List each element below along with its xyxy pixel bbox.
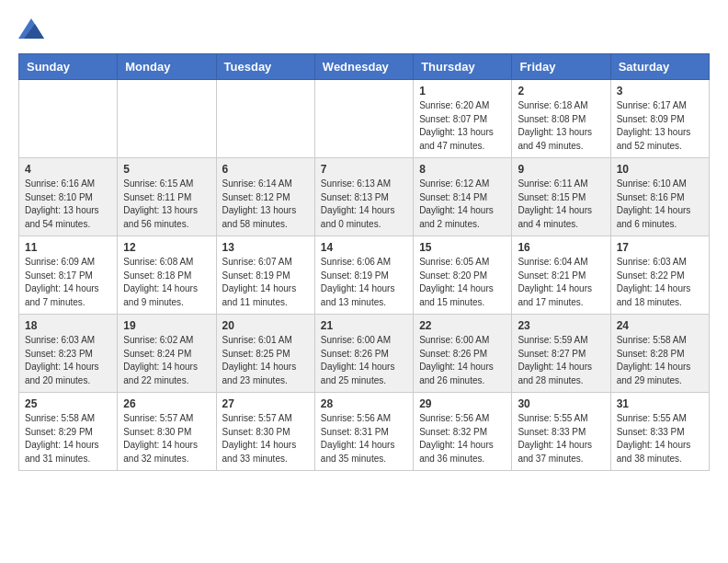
- day-number: 17: [617, 241, 703, 254]
- calendar-week-row: 1Sunrise: 6:20 AM Sunset: 8:07 PM Daylig…: [19, 80, 710, 158]
- calendar-week-row: 18Sunrise: 6:03 AM Sunset: 8:23 PM Dayli…: [19, 315, 710, 393]
- day-info: Sunrise: 6:04 AM Sunset: 8:21 PM Dayligh…: [518, 256, 604, 309]
- day-number: 22: [419, 319, 506, 332]
- calendar-header-row: SundayMondayTuesdayWednesdayThursdayFrid…: [19, 54, 710, 80]
- calendar-cell: 2Sunrise: 6:18 AM Sunset: 8:08 PM Daylig…: [512, 80, 610, 158]
- day-number: 20: [222, 319, 309, 332]
- day-number: 21: [321, 319, 407, 332]
- day-info: Sunrise: 6:13 AM Sunset: 8:13 PM Dayligh…: [321, 178, 407, 231]
- day-info: Sunrise: 6:03 AM Sunset: 8:22 PM Dayligh…: [617, 256, 703, 309]
- day-info: Sunrise: 6:12 AM Sunset: 8:14 PM Dayligh…: [419, 178, 506, 231]
- calendar-cell: 1Sunrise: 6:20 AM Sunset: 8:07 PM Daylig…: [414, 80, 512, 158]
- day-info: Sunrise: 6:17 AM Sunset: 8:09 PM Dayligh…: [617, 99, 703, 153]
- day-number: 8: [419, 163, 506, 176]
- calendar-cell: 16Sunrise: 6:04 AM Sunset: 8:21 PM Dayli…: [512, 236, 610, 315]
- calendar-cell: 22Sunrise: 6:00 AM Sunset: 8:26 PM Dayli…: [414, 315, 512, 393]
- day-number: 25: [25, 397, 111, 410]
- calendar-cell: 30Sunrise: 5:55 AM Sunset: 8:33 PM Dayli…: [512, 393, 610, 471]
- day-number: 29: [419, 397, 506, 410]
- day-info: Sunrise: 5:55 AM Sunset: 8:33 PM Dayligh…: [617, 412, 703, 465]
- calendar-cell: [118, 80, 216, 158]
- calendar-cell: 8Sunrise: 6:12 AM Sunset: 8:14 PM Daylig…: [414, 158, 512, 236]
- calendar-cell: [19, 80, 118, 158]
- day-number: 12: [123, 241, 210, 254]
- day-info: Sunrise: 6:15 AM Sunset: 8:11 PM Dayligh…: [123, 178, 210, 231]
- calendar-cell: 27Sunrise: 5:57 AM Sunset: 8:30 PM Dayli…: [216, 393, 314, 471]
- day-number: 31: [617, 397, 703, 410]
- day-info: Sunrise: 6:00 AM Sunset: 8:26 PM Dayligh…: [321, 334, 407, 387]
- day-number: 9: [518, 163, 604, 176]
- calendar-cell: 15Sunrise: 6:05 AM Sunset: 8:20 PM Dayli…: [414, 236, 512, 315]
- day-of-week-header: Friday: [512, 54, 610, 80]
- calendar-cell: 5Sunrise: 6:15 AM Sunset: 8:11 PM Daylig…: [118, 158, 216, 236]
- calendar-cell: 18Sunrise: 6:03 AM Sunset: 8:23 PM Dayli…: [19, 315, 118, 393]
- calendar-cell: 7Sunrise: 6:13 AM Sunset: 8:13 PM Daylig…: [314, 158, 413, 236]
- day-info: Sunrise: 6:11 AM Sunset: 8:15 PM Dayligh…: [518, 178, 604, 231]
- day-info: Sunrise: 6:06 AM Sunset: 8:19 PM Dayligh…: [321, 256, 407, 309]
- day-info: Sunrise: 6:08 AM Sunset: 8:18 PM Dayligh…: [123, 256, 210, 309]
- day-number: 27: [222, 397, 309, 410]
- day-info: Sunrise: 6:10 AM Sunset: 8:16 PM Dayligh…: [617, 178, 703, 231]
- day-number: 4: [25, 163, 111, 176]
- day-number: 5: [123, 163, 210, 176]
- day-number: 11: [25, 241, 111, 254]
- calendar-cell: 6Sunrise: 6:14 AM Sunset: 8:12 PM Daylig…: [216, 158, 314, 236]
- day-info: Sunrise: 6:01 AM Sunset: 8:25 PM Dayligh…: [222, 334, 309, 387]
- day-of-week-header: Thursday: [414, 54, 512, 80]
- day-number: 7: [321, 163, 407, 176]
- day-info: Sunrise: 5:55 AM Sunset: 8:33 PM Dayligh…: [518, 412, 604, 465]
- calendar-table: SundayMondayTuesdayWednesdayThursdayFrid…: [18, 53, 710, 471]
- calendar-cell: 20Sunrise: 6:01 AM Sunset: 8:25 PM Dayli…: [216, 315, 314, 393]
- day-number: 10: [617, 163, 703, 176]
- day-number: 24: [617, 319, 703, 332]
- calendar-cell: 31Sunrise: 5:55 AM Sunset: 8:33 PM Dayli…: [610, 393, 709, 471]
- calendar-cell: 21Sunrise: 6:00 AM Sunset: 8:26 PM Dayli…: [314, 315, 413, 393]
- day-number: 16: [518, 241, 604, 254]
- day-info: Sunrise: 5:57 AM Sunset: 8:30 PM Dayligh…: [222, 412, 309, 465]
- day-number: 14: [321, 241, 407, 254]
- calendar-week-row: 4Sunrise: 6:16 AM Sunset: 8:10 PM Daylig…: [19, 158, 710, 236]
- day-number: 28: [321, 397, 407, 410]
- calendar-cell: 28Sunrise: 5:56 AM Sunset: 8:31 PM Dayli…: [314, 393, 413, 471]
- calendar-cell: 11Sunrise: 6:09 AM Sunset: 8:17 PM Dayli…: [19, 236, 118, 315]
- day-info: Sunrise: 5:56 AM Sunset: 8:32 PM Dayligh…: [419, 412, 506, 465]
- logo: [18, 18, 48, 39]
- day-of-week-header: Tuesday: [216, 54, 314, 80]
- day-info: Sunrise: 5:57 AM Sunset: 8:30 PM Dayligh…: [123, 412, 210, 465]
- day-number: 13: [222, 241, 309, 254]
- day-info: Sunrise: 5:58 AM Sunset: 8:29 PM Dayligh…: [25, 412, 111, 465]
- day-number: 1: [419, 85, 506, 98]
- day-of-week-header: Sunday: [19, 54, 118, 80]
- day-number: 2: [518, 85, 604, 98]
- day-info: Sunrise: 6:03 AM Sunset: 8:23 PM Dayligh…: [25, 334, 111, 387]
- calendar-week-row: 11Sunrise: 6:09 AM Sunset: 8:17 PM Dayli…: [19, 236, 710, 315]
- day-info: Sunrise: 5:56 AM Sunset: 8:31 PM Dayligh…: [321, 412, 407, 465]
- day-info: Sunrise: 6:07 AM Sunset: 8:19 PM Dayligh…: [222, 256, 309, 309]
- day-number: 19: [123, 319, 210, 332]
- day-number: 23: [518, 319, 604, 332]
- day-info: Sunrise: 6:02 AM Sunset: 8:24 PM Dayligh…: [123, 334, 210, 387]
- day-info: Sunrise: 6:00 AM Sunset: 8:26 PM Dayligh…: [419, 334, 506, 387]
- day-of-week-header: Wednesday: [314, 54, 413, 80]
- day-info: Sunrise: 6:20 AM Sunset: 8:07 PM Dayligh…: [419, 99, 506, 153]
- calendar-week-row: 25Sunrise: 5:58 AM Sunset: 8:29 PM Dayli…: [19, 393, 710, 471]
- page-header: [18, 18, 710, 39]
- calendar-cell: 13Sunrise: 6:07 AM Sunset: 8:19 PM Dayli…: [216, 236, 314, 315]
- calendar-cell: 4Sunrise: 6:16 AM Sunset: 8:10 PM Daylig…: [19, 158, 118, 236]
- calendar-cell: 24Sunrise: 5:58 AM Sunset: 8:28 PM Dayli…: [610, 315, 709, 393]
- calendar-cell: 9Sunrise: 6:11 AM Sunset: 8:15 PM Daylig…: [512, 158, 610, 236]
- day-info: Sunrise: 6:16 AM Sunset: 8:10 PM Dayligh…: [25, 178, 111, 231]
- calendar-cell: [216, 80, 314, 158]
- calendar-cell: [314, 80, 413, 158]
- day-number: 6: [222, 163, 309, 176]
- calendar-cell: 23Sunrise: 5:59 AM Sunset: 8:27 PM Dayli…: [512, 315, 610, 393]
- day-number: 3: [617, 85, 703, 98]
- calendar-cell: 12Sunrise: 6:08 AM Sunset: 8:18 PM Dayli…: [118, 236, 216, 315]
- day-of-week-header: Monday: [118, 54, 216, 80]
- day-info: Sunrise: 5:59 AM Sunset: 8:27 PM Dayligh…: [518, 334, 604, 387]
- calendar-cell: 29Sunrise: 5:56 AM Sunset: 8:32 PM Dayli…: [414, 393, 512, 471]
- day-info: Sunrise: 5:58 AM Sunset: 8:28 PM Dayligh…: [617, 334, 703, 387]
- day-number: 26: [123, 397, 210, 410]
- day-number: 18: [25, 319, 111, 332]
- day-info: Sunrise: 6:18 AM Sunset: 8:08 PM Dayligh…: [518, 99, 604, 153]
